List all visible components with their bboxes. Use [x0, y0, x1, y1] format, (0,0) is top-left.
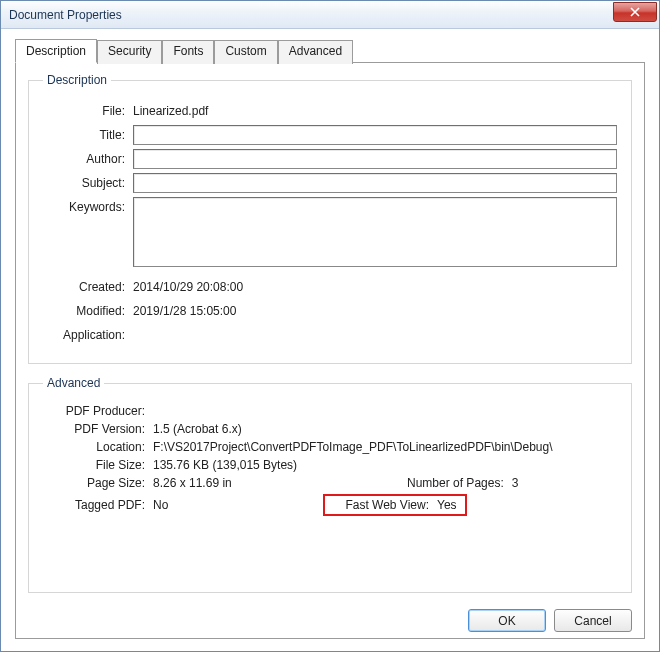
row-tagged-pdf: Tagged PDF: No Fast Web View: Yes	[43, 494, 617, 516]
value-number-of-pages: 3	[512, 476, 519, 490]
tab-strip: Description Security Fonts Custom Advanc…	[15, 39, 645, 63]
label-keywords: Keywords:	[43, 197, 133, 214]
value-tagged-pdf: No	[153, 498, 183, 512]
label-location: Location:	[43, 440, 153, 454]
pair-number-of-pages: Number of Pages: 3	[392, 476, 519, 490]
row-subject: Subject:	[43, 173, 617, 193]
row-keywords: Keywords:	[43, 197, 617, 267]
group-description-legend: Description	[43, 73, 111, 87]
value-modified: 2019/1/28 15:05:00	[133, 304, 236, 318]
group-advanced-legend: Advanced	[43, 376, 104, 390]
value-created: 2014/10/29 20:08:00	[133, 280, 243, 294]
input-keywords[interactable]	[133, 197, 617, 267]
tab-description[interactable]: Description	[15, 39, 97, 63]
highlight-fast-web-view: Fast Web View: Yes	[323, 494, 467, 516]
cancel-button[interactable]: Cancel	[554, 609, 632, 632]
window-title: Document Properties	[9, 8, 122, 22]
label-number-of-pages: Number of Pages:	[392, 476, 512, 490]
input-author[interactable]	[133, 149, 617, 169]
label-application: Application:	[43, 328, 133, 342]
group-description: Description File: Linearized.pdf Title: …	[28, 73, 632, 364]
value-location: F:\VS2017Project\ConvertPDFToImage_PDF\T…	[153, 440, 553, 454]
label-fast-web-view: Fast Web View:	[327, 498, 437, 512]
label-title: Title:	[43, 128, 133, 142]
row-file: File: Linearized.pdf	[43, 101, 617, 121]
dialog-footer: OK Cancel	[28, 599, 632, 632]
input-title[interactable]	[133, 125, 617, 145]
group-advanced: Advanced PDF Producer: PDF Version: 1.5 …	[28, 376, 632, 593]
tab-custom[interactable]: Custom	[214, 40, 277, 64]
value-pdf-version: 1.5 (Acrobat 6.x)	[153, 422, 242, 436]
row-application: Application:	[43, 325, 617, 345]
label-subject: Subject:	[43, 176, 133, 190]
value-file: Linearized.pdf	[133, 104, 208, 118]
row-file-size: File Size: 135.76 KB (139,015 Bytes)	[43, 458, 617, 472]
label-modified: Modified:	[43, 304, 133, 318]
label-file: File:	[43, 104, 133, 118]
label-author: Author:	[43, 152, 133, 166]
input-subject[interactable]	[133, 173, 617, 193]
row-location: Location: F:\VS2017Project\ConvertPDFToI…	[43, 440, 617, 454]
tab-panel: Description File: Linearized.pdf Title: …	[15, 62, 645, 639]
content-area: Description Security Fonts Custom Advanc…	[1, 29, 659, 651]
row-pdf-producer: PDF Producer:	[43, 404, 617, 418]
value-page-size: 8.26 x 11.69 in	[153, 476, 232, 490]
value-fast-web-view: Yes	[437, 498, 457, 512]
label-created: Created:	[43, 280, 133, 294]
row-author: Author:	[43, 149, 617, 169]
row-modified: Modified: 2019/1/28 15:05:00	[43, 301, 617, 321]
label-pdf-producer: PDF Producer:	[43, 404, 153, 418]
row-page-size: Page Size: 8.26 x 11.69 in Number of Pag…	[43, 476, 617, 490]
label-file-size: File Size:	[43, 458, 153, 472]
close-icon	[630, 7, 640, 17]
tab-advanced[interactable]: Advanced	[278, 40, 353, 64]
row-pdf-version: PDF Version: 1.5 (Acrobat 6.x)	[43, 422, 617, 436]
close-button[interactable]	[613, 2, 657, 22]
ok-button[interactable]: OK	[468, 609, 546, 632]
value-file-size: 135.76 KB (139,015 Bytes)	[153, 458, 297, 472]
row-title: Title:	[43, 125, 617, 145]
dialog-window: Document Properties Description Security…	[0, 0, 660, 652]
titlebar: Document Properties	[1, 1, 659, 29]
tab-fonts[interactable]: Fonts	[162, 40, 214, 64]
row-created: Created: 2014/10/29 20:08:00	[43, 277, 617, 297]
label-page-size: Page Size:	[43, 476, 153, 490]
label-tagged-pdf: Tagged PDF:	[43, 498, 153, 512]
tab-security[interactable]: Security	[97, 40, 162, 64]
label-pdf-version: PDF Version:	[43, 422, 153, 436]
